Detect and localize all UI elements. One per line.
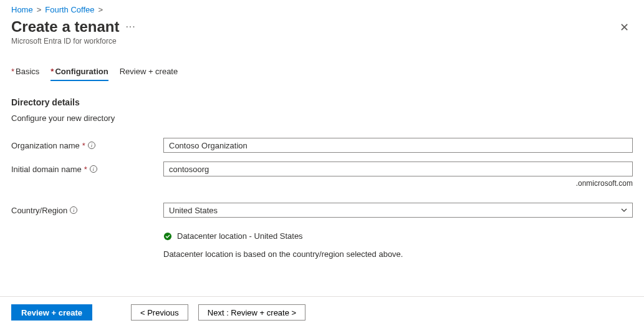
page-title: Create a tenant xyxy=(11,18,119,36)
tab-configuration-label: Configuration xyxy=(55,67,108,76)
region-label: Country/Region xyxy=(11,206,67,215)
required-indicator: * xyxy=(50,67,54,76)
info-icon[interactable]: i xyxy=(70,206,77,214)
tabs: *Basics *Configuration Review + create xyxy=(11,67,633,81)
domain-name-label: Initial domain name xyxy=(11,165,82,174)
required-star: * xyxy=(82,141,85,150)
org-name-input[interactable] xyxy=(163,138,633,153)
region-select[interactable] xyxy=(163,203,633,218)
section-title: Directory details xyxy=(11,97,633,107)
svg-point-0 xyxy=(164,232,171,239)
tab-basics-label: Basics xyxy=(16,67,39,76)
section-desc: Configure your new directory xyxy=(11,113,633,123)
required-star: * xyxy=(84,165,87,174)
review-create-button[interactable]: Review + create xyxy=(11,304,92,321)
domain-suffix: .onmicrosoft.com xyxy=(576,179,633,188)
breadcrumb-separator: > xyxy=(37,5,42,14)
breadcrumb-parent[interactable]: Fourth Coffee xyxy=(45,5,94,14)
page-subtitle: Microsoft Entra ID for workforce xyxy=(11,37,136,46)
tab-review[interactable]: Review + create xyxy=(120,67,178,81)
check-circle-icon xyxy=(163,232,172,241)
domain-name-input[interactable] xyxy=(163,162,633,176)
required-indicator: * xyxy=(11,67,14,76)
footer: Review + create < Previous Next : Review… xyxy=(0,296,644,328)
datacenter-location: Datacenter location - United States xyxy=(177,231,303,241)
breadcrumb-home[interactable]: Home xyxy=(11,5,33,14)
close-icon[interactable]: ✕ xyxy=(616,18,633,37)
tab-configuration[interactable]: *Configuration xyxy=(50,67,108,81)
next-button[interactable]: Next : Review + create > xyxy=(198,304,305,321)
info-icon[interactable]: i xyxy=(88,142,95,149)
breadcrumb: Home > Fourth Coffee > xyxy=(11,5,633,14)
tab-basics[interactable]: *Basics xyxy=(11,67,39,81)
info-icon[interactable]: i xyxy=(90,165,97,173)
tab-review-label: Review + create xyxy=(120,67,178,76)
breadcrumb-separator: > xyxy=(99,5,103,14)
datacenter-note: Datacenter location is based on the coun… xyxy=(163,249,633,259)
previous-button[interactable]: < Previous xyxy=(131,304,188,321)
more-icon[interactable]: ··· xyxy=(125,21,135,32)
org-name-label: Organization name xyxy=(11,141,80,150)
